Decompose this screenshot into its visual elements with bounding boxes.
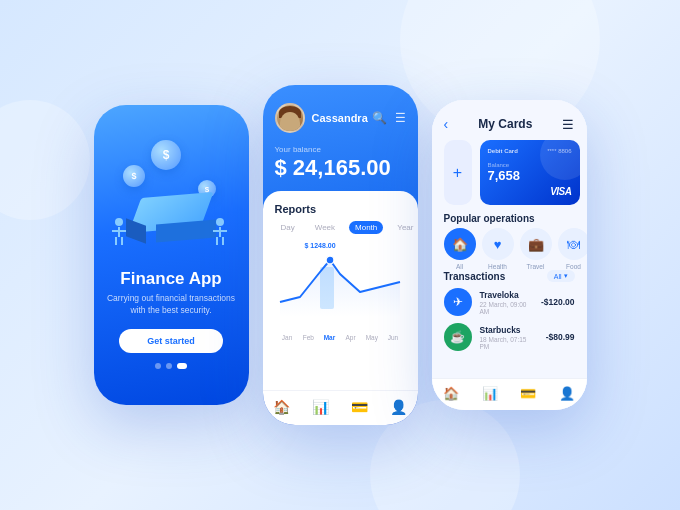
user-name: Cassandra [312,112,372,124]
chart-peak-label: $ 1248.00 [305,242,336,249]
dot-3-active[interactable] [177,363,187,369]
app-title: Finance App [120,269,221,289]
phone2-content: Cassandra 🔍 ☰ Your balance $ 24,165.00 R… [263,85,418,425]
op-health-icon: ♥ [482,228,514,260]
traveloka-date: 22 March, 09:00 AM [480,301,533,315]
illustration: $ $ $ [111,135,231,255]
balance-section: Your balance $ 24,165.00 [263,141,418,191]
reports-title: Reports [275,203,406,215]
x-mar: Mar [319,334,340,341]
chevron-down-icon: ▾ [564,272,568,280]
phone1-content: $ $ $ [94,105,249,405]
x-apr: Apr [340,334,361,341]
reports-card: Reports Day Week Month Year $ 1248.00 [263,191,418,390]
op-all[interactable]: 🏠 All [444,228,476,270]
iso-platform [126,195,216,240]
operations-row: 🏠 All ♥ Health 💼 Travel 🍽 Food [432,228,587,270]
phone3-content: ‹ My Cards ☰ + Debit Card **** 8806 Bala… [432,100,587,410]
op-travel-label: Travel [527,263,545,270]
reports-tabs: Day Week Month Year [275,221,406,234]
menu-icon[interactable]: ☰ [395,111,406,125]
phone-dashboard: Cassandra 🔍 ☰ Your balance $ 24,165.00 R… [263,85,418,425]
chart-svg [275,242,406,317]
iso-side-right [156,219,216,242]
x-jun: Jun [382,334,403,341]
op-travel-icon: 💼 [520,228,552,260]
starbucks-name: Starbucks [480,325,538,335]
tab-year[interactable]: Year [391,221,417,234]
visa-logo: VISA [550,186,571,197]
nav-user-icon[interactable]: 👤 [390,399,407,415]
phone2-header: Cassandra 🔍 ☰ [263,85,418,141]
filter-pill[interactable]: All ▾ [547,270,575,282]
nav3-user-icon[interactable]: 👤 [559,386,575,401]
filter-label: All [554,273,562,280]
traveloka-name: Traveloka [480,290,533,300]
phone3-header: ‹ My Cards ☰ [432,100,587,140]
phone2-nav: 🏠 📊 💳 👤 [263,390,418,425]
operations-header: Popular operations [432,205,587,228]
starbucks-info: Starbucks 18 March, 07:15 PM [480,325,538,350]
traveloka-info: Traveloka 22 March, 09:00 AM [480,290,533,315]
chart-container: $ 1248.00 [275,242,406,332]
dot-2 [166,363,172,369]
card-balance: 7,658 [488,168,572,183]
traveloka-logo: ✈ [444,288,472,316]
phone3-nav: 🏠 📊 💳 👤 [432,378,587,410]
menu-icon[interactable]: ☰ [562,117,574,132]
stick-figure-left [113,218,125,243]
tab-month[interactable]: Month [349,221,383,234]
phone-cards: ‹ My Cards ☰ + Debit Card **** 8806 Bala… [432,100,587,410]
tx-starbucks: ☕ Starbucks 18 March, 07:15 PM -$80.99 [444,323,575,351]
op-food-label: Food [566,263,581,270]
balance-label: Your balance [275,145,406,154]
app-subtitle: Carrying out financial transactions with… [106,293,237,317]
add-card-button[interactable]: + [444,140,472,205]
phone-finance-app: $ $ $ [94,105,249,405]
starbucks-date: 18 March, 07:15 PM [480,336,538,350]
transactions-title: Transactions [444,271,506,282]
nav-home-icon[interactable]: 🏠 [273,399,290,415]
x-may: May [361,334,382,341]
nav-chart-icon[interactable]: 📊 [312,399,329,415]
x-feb: Feb [298,334,319,341]
traveloka-amount: -$120.00 [541,297,575,307]
coin-dollar-small: $ [123,165,145,187]
op-travel[interactable]: 💼 Travel [520,228,552,270]
page-title: My Cards [478,117,532,131]
nav3-chart-icon[interactable]: 📊 [482,386,498,401]
cards-scroll: + Debit Card **** 8806 Balance 7,658 VIS… [432,140,587,205]
coin-dollar-large: $ [151,140,181,170]
back-button[interactable]: ‹ [444,116,449,132]
dot-1 [155,363,161,369]
card-last4: **** 8806 [547,148,571,154]
search-icon[interactable]: 🔍 [372,111,387,125]
op-health-label: Health [488,263,507,270]
stick-figure-right [214,218,226,243]
transactions-header: Transactions All ▾ [444,270,575,282]
x-axis-labels: Jan Feb Mar Apr May Jun [275,334,406,341]
op-food-icon: 🍽 [558,228,587,260]
get-started-button[interactable]: Get started [119,329,223,353]
op-food[interactable]: 🍽 Food [558,228,587,270]
starbucks-amount: -$80.99 [546,332,575,342]
tab-week[interactable]: Week [309,221,341,234]
op-all-icon: 🏠 [444,228,476,260]
x-jan: Jan [277,334,298,341]
svg-marker-2 [280,260,400,317]
transactions-section: Transactions All ▾ ✈ Traveloka 22 March,… [432,270,587,378]
pagination-dots [155,363,187,369]
op-health[interactable]: ♥ Health [482,228,514,270]
nav3-card-icon[interactable]: 💳 [520,386,536,401]
debit-card: Debit Card **** 8806 Balance 7,658 VISA [480,140,580,205]
nav3-home-icon[interactable]: 🏠 [443,386,459,401]
operations-title: Popular operations [444,213,535,224]
phones-container: $ $ $ [94,85,587,425]
avatar [275,103,305,133]
nav-card-icon[interactable]: 💳 [351,399,368,415]
bg-decoration-3 [0,100,90,220]
tx-traveloka: ✈ Traveloka 22 March, 09:00 AM -$120.00 [444,288,575,316]
tab-day[interactable]: Day [275,221,301,234]
starbucks-logo: ☕ [444,323,472,351]
balance-amount: $ 24,165.00 [275,155,406,181]
